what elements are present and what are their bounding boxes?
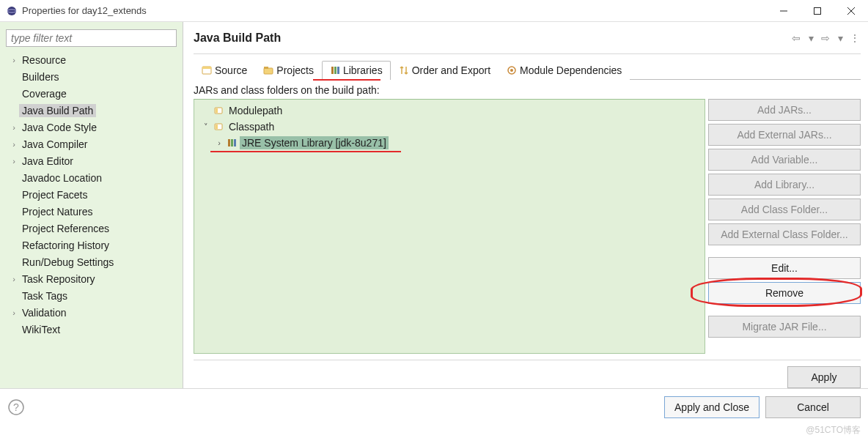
libraries-tree[interactable]: Modulepath ˅ Classpath › JRE System Libr…	[194, 99, 705, 354]
svg-rect-8	[264, 68, 273, 74]
category-label: Java Code Style	[19, 121, 100, 134]
category-label: Task Tags	[19, 289, 70, 302]
classpath-node[interactable]: ˅ Classpath	[194, 119, 705, 135]
svg-point-0	[7, 7, 16, 15]
help-icon[interactable]: ?	[7, 398, 25, 416]
category-label: WikiText	[19, 323, 63, 336]
add-external-jars-button[interactable]: Add External JARs...	[708, 124, 861, 146]
close-button[interactable]	[834, 0, 868, 22]
eclipse-app-icon	[6, 5, 18, 17]
chevron-down-icon[interactable]: ˅	[202, 122, 210, 132]
migrate-jar-button[interactable]: Migrate JAR File...	[708, 316, 861, 338]
watermark: @51CTO博客	[806, 424, 861, 437]
category-coverage[interactable]: Coverage	[3, 85, 180, 102]
chevron-right-icon: ›	[9, 56, 19, 64]
svg-rect-3	[814, 7, 821, 14]
module-icon	[507, 65, 517, 75]
category-builders[interactable]: Builders	[3, 68, 180, 85]
category-task-tags[interactable]: Task Tags	[3, 287, 180, 304]
jre-system-library-node[interactable]: › JRE System Library [jdk-8u271]	[194, 135, 705, 151]
category-refactoring-history[interactable]: Refactoring History	[3, 237, 180, 253]
svg-rect-7	[202, 67, 211, 69]
back-menu-icon[interactable]: ▾	[805, 32, 817, 44]
tab-module[interactable]: Module Dependencies	[499, 61, 630, 80]
projects-icon	[263, 65, 273, 75]
chevron-right-icon: ›	[9, 157, 19, 166]
tab-bar: SourceProjectsLibrariesOrder and ExportM…	[194, 60, 861, 80]
svg-text:?: ?	[13, 401, 19, 413]
category-java-build-path[interactable]: Java Build Path	[3, 102, 180, 119]
category-wikitext[interactable]: WikiText	[3, 321, 180, 338]
chevron-right-icon: ›	[9, 275, 19, 283]
filter-input[interactable]	[7, 30, 176, 46]
classpath-icon	[213, 122, 224, 132]
page-title: Java Build Path	[194, 31, 790, 45]
category-label: Java Editor	[19, 155, 76, 168]
svg-point-14	[510, 69, 513, 72]
tab-label: Source	[215, 64, 247, 76]
tab-label: Projects	[276, 64, 314, 76]
view-menu-icon[interactable]	[849, 32, 861, 44]
back-icon[interactable]: ⇦	[790, 32, 802, 44]
modulepath-icon	[213, 105, 224, 116]
apply-button[interactable]: Apply	[787, 366, 861, 388]
library-icon	[227, 138, 237, 148]
category-label: Javadoc Location	[19, 171, 105, 185]
add-external-class-folder-button[interactable]: Add External Class Folder...	[708, 223, 861, 245]
filter-input-wrapper	[6, 29, 177, 47]
chevron-right-icon: ›	[9, 140, 19, 149]
tab-order[interactable]: Order and Export	[391, 61, 499, 80]
edit-button[interactable]: Edit...	[708, 257, 861, 279]
category-label: Java Compiler	[19, 138, 90, 151]
category-label: Task Repository	[19, 272, 98, 286]
svg-rect-18	[216, 125, 218, 129]
chevron-right-icon: ›	[9, 123, 19, 132]
tab-projects[interactable]: Projects	[255, 61, 322, 80]
apply-and-close-button[interactable]: Apply and Close	[664, 396, 760, 418]
category-label: Refactoring History	[19, 239, 112, 252]
category-label: Validation	[19, 306, 69, 319]
category-javadoc-location[interactable]: Javadoc Location	[3, 169, 180, 186]
page-toolbar: ⇦ ▾ ⇨ ▾	[790, 32, 861, 44]
add-jars-button[interactable]: Add JARs...	[708, 99, 861, 121]
category-run-debug-settings[interactable]: Run/Debug Settings	[3, 253, 180, 270]
source-icon	[202, 65, 212, 75]
category-project-natures[interactable]: Project Natures	[3, 203, 180, 220]
remove-button[interactable]: Remove	[708, 282, 861, 304]
window-title: Properties for day12_extends	[22, 5, 767, 16]
chevron-right-icon[interactable]: ›	[215, 138, 224, 147]
add-class-folder-button[interactable]: Add Class Folder...	[708, 198, 861, 220]
add-library-button[interactable]: Add Library...	[708, 174, 861, 196]
category-task-repository[interactable]: ›Task Repository	[3, 270, 180, 287]
add-variable-button[interactable]: Add Variable...	[708, 149, 861, 171]
forward-icon[interactable]: ⇨	[820, 32, 831, 44]
category-validation[interactable]: ›Validation	[3, 304, 180, 321]
tab-libraries[interactable]: Libraries	[322, 61, 391, 80]
modulepath-node[interactable]: Modulepath	[194, 103, 705, 119]
chevron-right-icon: ›	[9, 308, 19, 317]
category-project-facets[interactable]: Project Facets	[3, 186, 180, 203]
cancel-button[interactable]: Cancel	[765, 396, 861, 418]
category-resource[interactable]: ›Resource	[3, 51, 180, 68]
category-label: Project References	[19, 222, 112, 235]
svg-rect-9	[264, 67, 268, 69]
svg-rect-10	[331, 67, 334, 74]
category-java-compiler[interactable]: ›Java Compiler	[3, 136, 180, 152]
libraries-description: JARs and class folders on the build path…	[194, 80, 861, 99]
category-project-references[interactable]: Project References	[3, 220, 180, 237]
category-tree[interactable]: ›ResourceBuildersCoverageJava Build Path…	[0, 51, 183, 338]
libraries-icon	[330, 65, 340, 75]
minimize-button[interactable]	[767, 0, 801, 22]
category-label: Builders	[19, 70, 62, 83]
category-label: Project Facets	[19, 188, 90, 201]
tab-source[interactable]: Source	[194, 61, 255, 80]
svg-rect-12	[337, 67, 339, 74]
svg-rect-19	[228, 139, 230, 146]
category-java-editor[interactable]: ›Java Editor	[3, 152, 180, 169]
category-label: Coverage	[19, 87, 70, 100]
forward-menu-icon[interactable]: ▾	[834, 32, 846, 44]
tab-label: Order and Export	[412, 64, 490, 76]
maximize-button[interactable]	[801, 0, 834, 22]
category-label: Run/Debug Settings	[19, 256, 117, 269]
category-java-code-style[interactable]: ›Java Code Style	[3, 119, 180, 136]
